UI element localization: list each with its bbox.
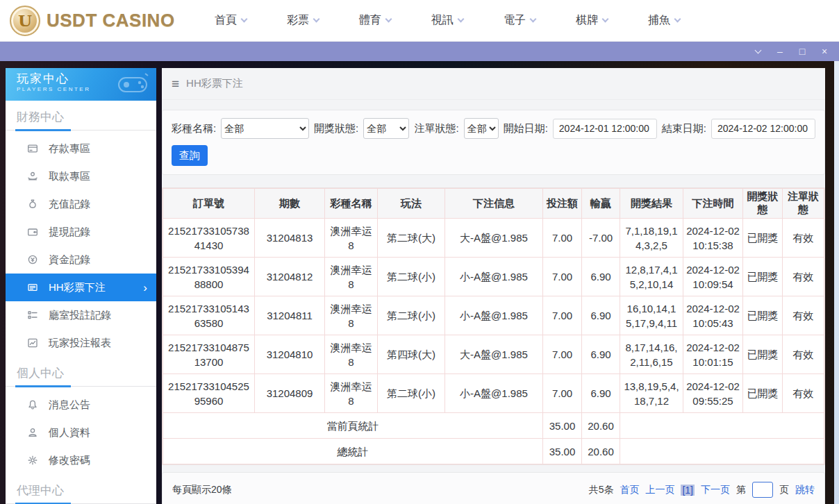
- sidebar-item-label: 充值記錄: [49, 198, 90, 211]
- summary-label: 總統計: [163, 439, 543, 464]
- sidebar-item-label: 資金記錄: [49, 253, 90, 267]
- nav-item-label: 彩票: [287, 13, 309, 28]
- logo[interactable]: U USDT CASINO: [10, 6, 179, 36]
- players-center-header: 玩家中心 PLAYERS CENTER: [6, 68, 156, 101]
- sidebar-item[interactable]: 玩家投注報表: [6, 329, 156, 357]
- column-header: 玩法: [378, 189, 445, 219]
- table-cell: 31204809: [255, 374, 325, 413]
- gear-icon: [27, 455, 38, 466]
- nav-item-label: 體育: [359, 13, 381, 28]
- chevron-down-icon: [530, 16, 537, 23]
- table-cell: 有效: [783, 296, 824, 335]
- column-header: 下注信息: [445, 189, 543, 219]
- sidebar-item[interactable]: 修改密碼: [6, 446, 156, 474]
- table-cell: 大-A盤@1.985: [445, 219, 543, 258]
- sidebar-item[interactable]: 存款專區: [6, 135, 156, 162]
- end-date-label: 結束日期:: [662, 122, 706, 135]
- gamepad-icon: [115, 71, 151, 96]
- page-size-text: 每頁顯示20條: [172, 484, 232, 496]
- table-row: 215217331045259596031204809澳洲幸运8第二球(小)小-…: [163, 374, 824, 413]
- table-cell: 7.00: [543, 374, 582, 413]
- table-cell: 大-A盤@1.985: [445, 335, 543, 374]
- funds-coin-icon: [27, 254, 38, 265]
- top-navigation-bar: U USDT CASINO 首頁彩票體育視訊電子棋牌捕魚: [0, 0, 839, 42]
- prev-page-link[interactable]: 上一页: [645, 484, 674, 496]
- table-cell: 澳洲幸运8: [325, 219, 378, 258]
- maximize-icon[interactable]: □: [793, 44, 811, 59]
- next-page-link[interactable]: 下一页: [701, 484, 730, 496]
- nav-item-label: 捕魚: [648, 13, 670, 28]
- table-cell: 已開獎: [743, 335, 783, 374]
- table-row: 215217331048751370031204810澳洲幸运8第四球(大)大-…: [163, 335, 824, 374]
- column-header: 輸贏: [582, 189, 620, 219]
- first-page-link[interactable]: 首页: [620, 484, 639, 496]
- jump-page-input[interactable]: [752, 482, 773, 498]
- logo-text: USDT CASINO: [47, 10, 175, 31]
- column-header: 下注時間: [683, 189, 743, 219]
- chevron-down-icon: [313, 16, 320, 23]
- main-menu: 首頁彩票體育視訊電子棋牌捕魚: [194, 13, 700, 28]
- table-row: 215217331053948880031204812澳洲幸运8第二球(小)小-…: [163, 258, 824, 296]
- sidebar-item-label: 修改密碼: [49, 454, 90, 467]
- close-icon[interactable]: ×: [815, 44, 833, 59]
- nav-item[interactable]: 首頁: [194, 13, 267, 28]
- sidebar: 玩家中心 PLAYERS CENTER 財務中心存款專區取款專區充值記錄提現記錄…: [6, 68, 156, 504]
- nav-item[interactable]: 視訊: [411, 13, 483, 28]
- table-row: 215217331057384143031204813澳洲幸运8第二球(大)大-…: [163, 219, 824, 258]
- sidebar-item[interactable]: 廳室投註記錄: [6, 301, 156, 329]
- search-button[interactable]: 查詢: [172, 145, 208, 166]
- sidebar-item-label: 取款專區: [49, 170, 90, 183]
- nav-item[interactable]: 體育: [339, 13, 411, 28]
- table-cell: 7.00: [543, 219, 582, 258]
- summary-row: 總統計35.0020.60: [163, 439, 824, 464]
- chevron-down-icon[interactable]: [749, 44, 767, 59]
- jump-button[interactable]: 跳转: [795, 484, 815, 496]
- table-cell: 6.90: [582, 335, 620, 374]
- recharge-bag-icon: [27, 199, 38, 210]
- room-list-icon: [27, 310, 38, 321]
- table-cell: 第四球(大): [378, 335, 445, 374]
- sidebar-item[interactable]: 提現記錄: [6, 218, 156, 246]
- table-cell: 有效: [783, 335, 824, 374]
- column-header: 訂單號: [163, 189, 255, 219]
- deposit-card-icon: [27, 143, 38, 154]
- lottery-name-select[interactable]: 全部: [221, 118, 309, 139]
- table-cell: 31204812: [255, 258, 325, 296]
- main-content: ≡ HH彩票下注 彩種名稱: 全部 開獎狀態: 全部 注單狀態: 全部 開始日期…: [162, 68, 825, 504]
- end-date-input[interactable]: [711, 119, 815, 139]
- sidebar-item[interactable]: 個人資料: [6, 419, 156, 446]
- nav-item-label: 首頁: [215, 13, 237, 28]
- table-cell: 已開獎: [743, 219, 783, 258]
- table-cell: 7,1,18,19,14,3,2,5: [620, 219, 683, 258]
- sidebar-item[interactable]: 資金記錄: [6, 246, 156, 274]
- filter-panel: 彩種名稱: 全部 開獎狀態: 全部 注單狀態: 全部 開始日期: 結束日期: 查…: [162, 110, 825, 175]
- nav-item-label: 視訊: [431, 13, 454, 28]
- sidebar-item-label: 消息公告: [49, 398, 90, 412]
- sidebar-section-title: 財務中心: [6, 101, 156, 130]
- table-cell: 澳洲幸运8: [325, 374, 378, 413]
- window-title-bar: –□×: [0, 42, 839, 61]
- nav-item[interactable]: 棋牌: [556, 13, 628, 28]
- sidebar-item[interactable]: 消息公告: [6, 391, 156, 419]
- table-cell: 31204810: [255, 335, 325, 374]
- column-header: 開獎狀態: [743, 189, 783, 219]
- summary-label: 當前頁統計: [163, 413, 543, 439]
- order-status-select[interactable]: 全部: [464, 118, 499, 139]
- sidebar-item[interactable]: 充值記錄: [6, 190, 156, 218]
- sidebar-section-title: 個人中心: [6, 357, 156, 386]
- minimize-icon[interactable]: –: [771, 44, 789, 59]
- start-date-input[interactable]: [553, 119, 657, 139]
- table-cell: 第二球(大): [378, 219, 445, 258]
- nav-item[interactable]: 彩票: [267, 13, 339, 28]
- nav-item[interactable]: 捕魚: [628, 13, 700, 28]
- draw-status-select[interactable]: 全部: [363, 118, 409, 139]
- sidebar-item[interactable]: HH彩票下注›: [6, 274, 156, 301]
- jump-prefix-label: 第: [736, 484, 746, 496]
- nav-item[interactable]: 電子: [483, 13, 556, 28]
- order-status-label: 注單狀態:: [414, 122, 458, 135]
- table-cell: 2152173310539488800: [163, 258, 255, 296]
- hamburger-menu-icon[interactable]: ≡: [172, 76, 179, 92]
- sidebar-item-label: 玩家投注報表: [49, 337, 111, 350]
- start-date-label: 開始日期:: [504, 122, 548, 135]
- sidebar-item[interactable]: 取款專區: [6, 162, 156, 190]
